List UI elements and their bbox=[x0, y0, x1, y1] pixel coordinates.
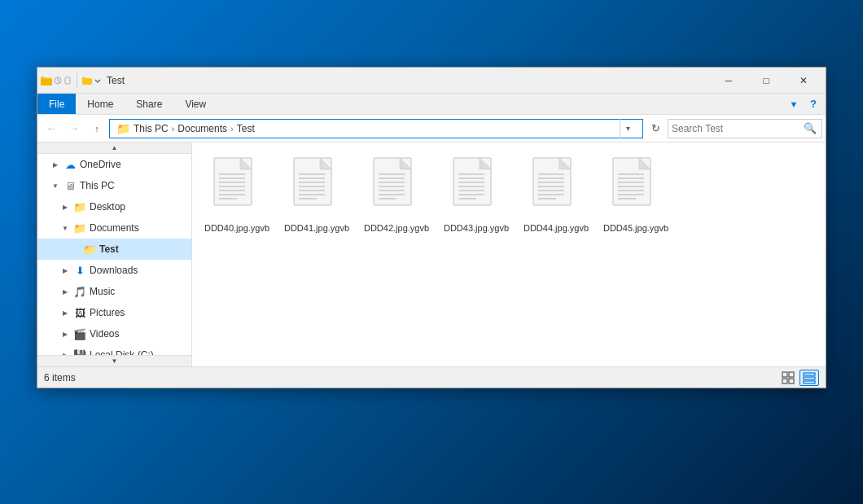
main-area: ▲ ☁ OneDrive 🖥 This PC 📁 bbox=[37, 142, 826, 366]
onedrive-expand-icon[interactable] bbox=[50, 160, 60, 169]
file-name: DDD43.jpg.ygvb bbox=[444, 222, 509, 234]
sidebar-label-videos: Videos bbox=[90, 328, 185, 340]
file-item[interactable]: DDD45.jpg.ygvb bbox=[599, 151, 672, 237]
refresh-button[interactable]: ↻ bbox=[645, 118, 666, 139]
path-part-documents[interactable]: Documents bbox=[177, 123, 227, 134]
sidebar-label-onedrive: OneDrive bbox=[80, 159, 185, 170]
desktop-expand-icon[interactable] bbox=[60, 202, 70, 212]
sidebar-item-desktop[interactable]: 📁 Desktop bbox=[37, 196, 191, 217]
pictures-icon: 🖼 bbox=[73, 306, 86, 319]
ribbon-collapse-btn[interactable]: ▼ bbox=[785, 95, 803, 113]
document-icon bbox=[212, 156, 261, 217]
sidebar-label-desktop: Desktop bbox=[90, 201, 185, 213]
sidebar: ▲ ☁ OneDrive 🖥 This PC 📁 bbox=[37, 142, 192, 366]
address-path[interactable]: 📁 This PC › Documents › Test ▾ bbox=[109, 119, 643, 138]
sidebar-label-pictures: Pictures bbox=[90, 307, 185, 318]
sidebar-item-onedrive[interactable]: ☁ OneDrive bbox=[37, 154, 191, 175]
document-icon bbox=[611, 156, 660, 217]
title-bar: Test ─ □ ✕ bbox=[37, 68, 826, 94]
document-icon bbox=[452, 156, 501, 217]
documents-icon: 📁 bbox=[73, 221, 86, 234]
folder-small-icon bbox=[82, 77, 92, 85]
file-item[interactable]: DDD40.jpg.ygvb bbox=[200, 151, 274, 237]
sidebar-item-downloads[interactable]: ⬇ Downloads bbox=[37, 260, 191, 281]
sidebar-scroll-up[interactable]: ▲ bbox=[37, 142, 191, 154]
folder-icon bbox=[41, 76, 52, 85]
sidebar-label-test: Test bbox=[99, 243, 185, 255]
view-details-button[interactable] bbox=[799, 370, 819, 386]
file-item[interactable]: DDD44.jpg.ygvb bbox=[519, 151, 593, 237]
pictures-expand-icon[interactable] bbox=[60, 308, 70, 318]
sidebar-item-pictures[interactable]: 🖼 Pictures bbox=[37, 302, 191, 323]
menu-tab-share[interactable]: Share bbox=[125, 94, 173, 114]
svg-rect-54 bbox=[804, 373, 815, 375]
sidebar-label-documents: Documents bbox=[90, 222, 185, 234]
window-controls: ─ □ ✕ bbox=[710, 68, 822, 94]
svg-rect-1 bbox=[65, 77, 70, 84]
list-view-icon bbox=[803, 371, 816, 384]
sidebar-scroll-area: ☁ OneDrive 🖥 This PC 📁 Desktop bbox=[37, 154, 191, 355]
sidebar-item-test[interactable]: 📁 Test bbox=[37, 239, 191, 260]
pin-icon bbox=[64, 77, 72, 85]
help-button[interactable]: ? bbox=[804, 95, 822, 113]
back-button[interactable]: ← bbox=[41, 118, 62, 139]
status-bar-right bbox=[778, 370, 819, 386]
menu-tab-home[interactable]: Home bbox=[76, 94, 125, 114]
svg-rect-53 bbox=[789, 379, 794, 383]
maximize-button[interactable]: □ bbox=[747, 68, 785, 94]
explorer-window: Test ─ □ ✕ File Home Share View ▼ ? ← → … bbox=[37, 67, 826, 388]
menu-tab-view[interactable]: View bbox=[173, 94, 217, 114]
document-icon bbox=[372, 156, 421, 217]
file-area: DDD40.jpg.ygvb DDD41.jpg.ygvb bbox=[192, 142, 826, 366]
up-button[interactable]: ↑ bbox=[86, 118, 107, 139]
forward-button[interactable]: → bbox=[64, 118, 85, 139]
sidebar-item-videos[interactable]: 🎬 Videos bbox=[37, 323, 191, 344]
search-input[interactable] bbox=[672, 123, 802, 134]
menu-bar: File Home Share View ▼ ? bbox=[37, 94, 826, 115]
sidebar-label-music: Music bbox=[90, 286, 185, 297]
document-icon bbox=[532, 156, 580, 217]
sidebar-item-music[interactable]: 🎵 Music bbox=[37, 281, 191, 302]
test-folder-icon: 📁 bbox=[83, 243, 96, 256]
music-icon: 🎵 bbox=[73, 285, 86, 298]
music-expand-icon[interactable] bbox=[60, 287, 70, 296]
menu-bar-right: ▼ ? bbox=[785, 95, 826, 113]
file-item[interactable]: DDD42.jpg.ygvb bbox=[360, 151, 433, 237]
svg-rect-55 bbox=[804, 377, 815, 379]
path-part-thispc[interactable]: This PC bbox=[134, 123, 169, 134]
svg-rect-56 bbox=[804, 381, 815, 383]
dropdown-small-icon bbox=[94, 77, 102, 85]
localdisk-icon: 💾 bbox=[73, 348, 86, 355]
address-dropdown-btn[interactable]: ▾ bbox=[620, 119, 636, 138]
videos-icon: 🎬 bbox=[73, 327, 86, 340]
path-part-test: Test bbox=[237, 123, 255, 134]
file-item[interactable]: DDD43.jpg.ygvb bbox=[440, 151, 513, 237]
view-grid-button[interactable] bbox=[778, 370, 798, 386]
sidebar-item-localdisk[interactable]: 💾 Local Disk (C:) bbox=[37, 344, 191, 355]
path-folder-icon: 📁 bbox=[116, 122, 130, 135]
computer-icon: 🖥 bbox=[64, 179, 77, 192]
file-icon-wrapper bbox=[530, 154, 582, 219]
thispc-expand-icon[interactable] bbox=[50, 181, 60, 191]
file-icon-wrapper bbox=[370, 154, 423, 219]
path-sep-1: › bbox=[172, 124, 175, 134]
menu-tab-file[interactable]: File bbox=[37, 94, 76, 114]
address-bar: ← → ↑ 📁 This PC › Documents › Test ▾ ↻ 🔍 bbox=[37, 115, 826, 142]
search-button[interactable]: 🔍 bbox=[802, 121, 818, 137]
desktop-icon: 📁 bbox=[73, 200, 86, 213]
window-title: Test bbox=[107, 75, 710, 86]
sidebar-scroll-down[interactable]: ▼ bbox=[37, 355, 191, 366]
file-item[interactable]: DDD41.jpg.ygvb bbox=[280, 151, 353, 237]
sidebar-label-downloads: Downloads bbox=[90, 265, 185, 276]
documents-expand-icon[interactable] bbox=[60, 223, 70, 233]
downloads-expand-icon[interactable] bbox=[60, 265, 70, 275]
close-button[interactable]: ✕ bbox=[785, 68, 822, 94]
sidebar-item-documents[interactable]: 📁 Documents bbox=[37, 217, 191, 239]
minimize-button[interactable]: ─ bbox=[710, 68, 747, 94]
sidebar-item-thispc[interactable]: 🖥 This PC bbox=[37, 175, 191, 196]
file-icon-wrapper bbox=[291, 154, 343, 219]
videos-expand-icon[interactable] bbox=[60, 329, 70, 339]
file-grid: DDD40.jpg.ygvb DDD41.jpg.ygvb bbox=[192, 142, 826, 366]
search-box[interactable]: 🔍 bbox=[668, 119, 822, 138]
sidebar-label-localdisk: Local Disk (C:) bbox=[90, 349, 185, 355]
